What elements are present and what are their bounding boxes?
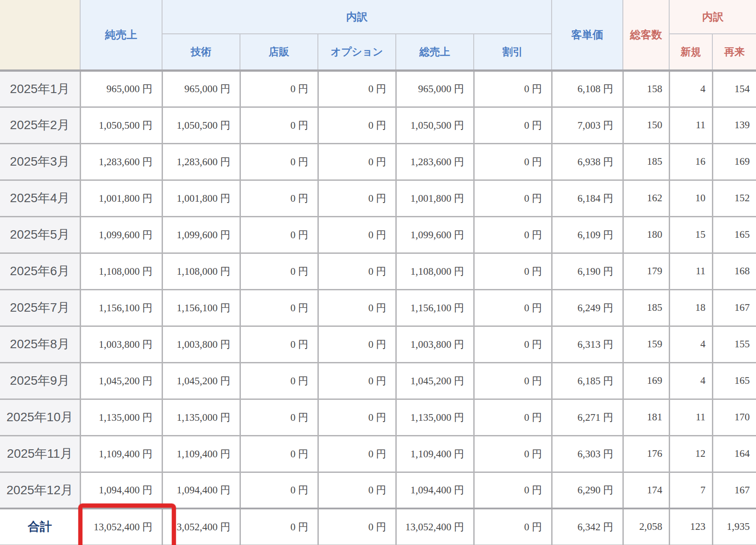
cell-net-sales: 1,283,600 円 [80,143,162,180]
header-total-customers: 総客数 [623,0,669,70]
cell-option: 0 円 [318,180,396,216]
cell-new-customers: 12 [669,435,712,472]
cell-avg-spend: 6,108 円 [552,70,623,107]
cell-repeat-customers: 164 [712,435,756,472]
cell-technical: 1,094,400 円 [162,472,240,508]
cell-option: 0 円 [318,143,396,180]
cell-technical: 1,099,600 円 [162,216,240,253]
table-row: 2025年7月1,156,100 円1,156,100 円0 円0 円1,156… [0,289,756,326]
cell-net-sales: 1,050,500 円 [80,107,162,143]
cell-avg-spend: 6,271 円 [552,399,623,435]
table-row: 2025年9月1,045,200 円1,045,200 円0 円0 円1,045… [0,362,756,399]
header-net-sales: 純売上 [80,0,162,70]
cell-new-customers: 11 [669,253,712,289]
cell-net-sales: 1,135,000 円 [80,399,162,435]
cell-net-sales: 1,001,800 円 [80,180,162,216]
cell-total-customers: 185 [623,289,669,326]
cell-avg-spend: 6,190 円 [552,253,623,289]
cell-technical: 1,109,400 円 [162,435,240,472]
cell-total-customers: 169 [623,362,669,399]
table-row: 2025年1月965,000 円965,000 円0 円0 円965,000 円… [0,70,756,107]
cell-option: 0 円 [318,253,396,289]
cell-net-sales: 1,156,100 円 [80,289,162,326]
cell-total-customers: 2,058 [623,508,669,545]
cell-retail: 0 円 [240,180,318,216]
cell-technical: 1,108,000 円 [162,253,240,289]
cell-retail: 0 円 [240,399,318,435]
cell-option: 0 円 [318,216,396,253]
cell-option: 0 円 [318,472,396,508]
cell-retail: 0 円 [240,70,318,107]
row-label: 2025年10月 [0,399,80,435]
cell-discount: 0 円 [474,143,552,180]
total-row: 合計13,052,400 円13,052,400 円0 円0 円13,052,4… [0,508,756,545]
cell-gross-sales: 1,003,800 円 [396,326,474,362]
cell-technical: 13,052,400 円 [162,508,240,545]
cell-total-customers: 162 [623,180,669,216]
cell-discount: 0 円 [474,362,552,399]
cell-repeat-customers: 168 [712,253,756,289]
table-row: 2025年8月1,003,800 円1,003,800 円0 円0 円1,003… [0,326,756,362]
cell-gross-sales: 1,045,200 円 [396,362,474,399]
cell-option: 0 円 [318,399,396,435]
cell-option: 0 円 [318,289,396,326]
cell-net-sales: 1,003,800 円 [80,326,162,362]
row-label: 2025年2月 [0,107,80,143]
cell-gross-sales: 1,094,400 円 [396,472,474,508]
cell-new-customers: 11 [669,107,712,143]
cell-retail: 0 円 [240,326,318,362]
cell-retail: 0 円 [240,508,318,545]
cell-gross-sales: 1,135,000 円 [396,399,474,435]
cell-new-customers: 10 [669,180,712,216]
cell-option: 0 円 [318,362,396,399]
cell-gross-sales: 965,000 円 [396,70,474,107]
cell-discount: 0 円 [474,216,552,253]
cell-discount: 0 円 [474,435,552,472]
header-gross-sales: 総売上 [396,34,474,70]
cell-avg-spend: 6,249 円 [552,289,623,326]
cell-retail: 0 円 [240,216,318,253]
cell-retail: 0 円 [240,107,318,143]
cell-repeat-customers: 167 [712,289,756,326]
cell-discount: 0 円 [474,107,552,143]
cell-retail: 0 円 [240,472,318,508]
cell-repeat-customers: 170 [712,399,756,435]
header-new-customers: 新規 [669,34,712,70]
cell-total-customers: 185 [623,143,669,180]
cell-option: 0 円 [318,435,396,472]
table-row: 2025年3月1,283,600 円1,283,600 円0 円0 円1,283… [0,143,756,180]
cell-avg-spend: 6,313 円 [552,326,623,362]
cell-gross-sales: 13,052,400 円 [396,508,474,545]
cell-net-sales: 1,045,200 円 [80,362,162,399]
cell-avg-spend: 6,109 円 [552,216,623,253]
cell-avg-spend: 6,938 円 [552,143,623,180]
cell-new-customers: 16 [669,143,712,180]
cell-avg-spend: 6,303 円 [552,435,623,472]
header-avg-spend: 客単価 [552,0,623,70]
cell-technical: 1,283,600 円 [162,143,240,180]
cell-discount: 0 円 [474,289,552,326]
cell-total-customers: 174 [623,472,669,508]
cell-net-sales: 13,052,400 円 [80,508,162,545]
cell-total-customers: 179 [623,253,669,289]
cell-technical: 1,045,200 円 [162,362,240,399]
cell-gross-sales: 1,283,600 円 [396,143,474,180]
cell-total-customers: 150 [623,107,669,143]
cell-gross-sales: 1,001,800 円 [396,180,474,216]
cell-technical: 1,135,000 円 [162,399,240,435]
cell-total-customers: 158 [623,70,669,107]
cell-technical: 1,001,800 円 [162,180,240,216]
cell-gross-sales: 1,108,000 円 [396,253,474,289]
cell-repeat-customers: 165 [712,362,756,399]
table-row: 2025年12月1,094,400 円1,094,400 円0 円0 円1,09… [0,472,756,508]
row-label: 2025年6月 [0,253,80,289]
cell-repeat-customers: 155 [712,326,756,362]
cell-avg-spend: 7,003 円 [552,107,623,143]
cell-new-customers: 4 [669,362,712,399]
cell-retail: 0 円 [240,143,318,180]
row-label: 2025年5月 [0,216,80,253]
cell-technical: 1,003,800 円 [162,326,240,362]
cell-discount: 0 円 [474,70,552,107]
cell-avg-spend: 6,185 円 [552,362,623,399]
header-repeat-customers: 再来 [712,34,756,70]
